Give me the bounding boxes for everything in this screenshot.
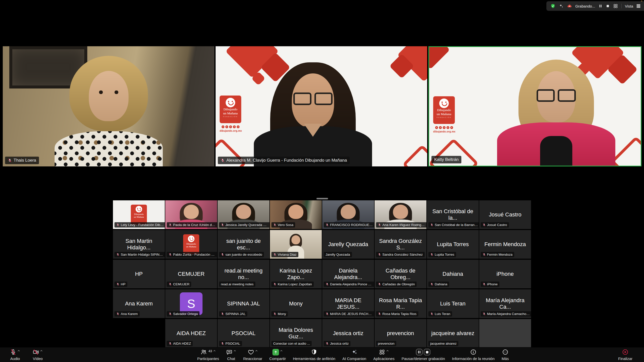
participant-name-label: María Alejandra Camacho Osu... (487, 312, 530, 316)
chevron-up-icon[interactable] (40, 349, 43, 352)
smiley-icon (439, 99, 449, 108)
participant-tile[interactable]: jacqueine alvarez Dibujando un Mañana ja… (427, 319, 479, 348)
view-button-label[interactable]: Vista (625, 4, 633, 8)
participant-tile[interactable]: Dibujando un Mañana Ana Karen Iñiguez Ro… (375, 200, 426, 229)
pause-stop-recording-button[interactable]: Pausar/detener grabación (398, 349, 448, 361)
participant-tile[interactable]: HP Dibujando un Mañana HP (113, 260, 165, 288)
participant-tile[interactable]: Dibujando un Mañana Lety Levy - Fundació… (113, 200, 165, 229)
participant-tile[interactable]: Fermin Mendoza Dibujando un Mañana Fermi… (479, 230, 531, 259)
more-button[interactable]: Más (499, 349, 512, 361)
participant-name-label: jacqueine alvarez (430, 342, 457, 345)
participant-name-label: Josué Castro (487, 223, 507, 227)
view-grid-icon[interactable] (636, 4, 640, 8)
participant-name-label: Rosa Maria Tapia Rios (382, 312, 417, 316)
participant-name-label: Conectar con el audio ... (273, 342, 310, 345)
participants-button[interactable]: 43 Participantes (194, 349, 222, 361)
speaker-tile-alexandra[interactable]: Dibujando un Mañana FUNDACIÓN dibujando.… (216, 46, 427, 166)
participant-tile[interactable]: prevencion Dibujando un Mañana prevencio… (375, 319, 426, 348)
participant-tile[interactable]: Mony Dibujando un Mañana Mony (270, 289, 322, 318)
participant-tile[interactable]: María Alejandra Ca... Dibujando un Mañan… (479, 289, 531, 318)
chevron-up-icon[interactable] (17, 349, 20, 352)
pause-recording-icon[interactable] (598, 4, 602, 8)
gallery-row-2: San Martin Hidalgo... Dibujando un Mañan… (113, 230, 531, 259)
host-tools-button[interactable]: Herramientas de anfitrión (290, 349, 338, 361)
chevron-up-icon[interactable] (213, 349, 216, 352)
ai-sparkle-icon[interactable] (559, 4, 564, 9)
participant-tile[interactable]: san juanito de esc... Dibujando un Mañan… (218, 230, 269, 259)
participant-tile[interactable]: San Martin Hidalgo... Dibujando un Mañan… (113, 230, 165, 259)
participant-tile[interactable]: San Cristóbal de la... Dibujando un Maña… (427, 200, 479, 229)
muted-mic-icon (326, 283, 329, 286)
speaker-tile-katty-active[interactable]: Dibujando un Mañana FUNDACIÓN dibujando.… (428, 46, 641, 166)
participant-tile[interactable]: Jessica ortiz Dibujando un Mañana Jessic… (322, 319, 374, 348)
muted-mic-icon (430, 283, 433, 286)
participant-tile[interactable]: SIPINNA JAL Dibujando un Mañana SIPINNA … (218, 289, 269, 318)
participant-tile[interactable]: Dibujando un Mañana Jessica Jarelly Quez… (218, 200, 269, 229)
participant-tile[interactable]: Josué Castro Dibujando un Mañana Josué C… (479, 200, 531, 229)
security-shield-icon[interactable] (550, 4, 555, 9)
chevron-up-icon[interactable] (255, 349, 258, 352)
participant-tile[interactable]: MARIA DE JESUS... Dibujando un Mañana MA… (322, 289, 374, 318)
participant-tile[interactable]: PSOCIAL Dibujando un Mañana PSOCIAL (218, 319, 269, 348)
video-button[interactable]: Vídeo (30, 349, 46, 361)
participant-name-tag: Paola de la Cruz /Unión de Tvl... (167, 222, 217, 228)
participant-tile[interactable]: Dahiana Dibujando un Mañana Dahiana (427, 260, 479, 288)
end-meeting-button[interactable]: Finalizar (615, 349, 635, 361)
participant-name-label: Lety Levy - Fundación Dibuja... (121, 223, 164, 227)
dibujando-logo: Dibujando un Mañana (131, 205, 147, 225)
meeting-info-button[interactable]: Información de la reunión (449, 349, 498, 361)
participant-name-tag: prevencion (376, 341, 396, 346)
shield-icon (311, 349, 317, 355)
participant-tile[interactable]: read.ai meeting no... Dibujando un Mañan… (218, 260, 269, 288)
participant-tile[interactable]: Daniela Alejandra... Dibujando un Mañana… (322, 260, 374, 288)
stop-recording-icon[interactable] (606, 4, 610, 8)
muted-mic-icon (221, 342, 224, 345)
participant-tile[interactable]: CEMUJER Dibujando un Mañana CEMUJER (165, 260, 217, 288)
participant-tile[interactable]: Lupita Torres Dibujando un Mañana Lupita… (427, 230, 479, 259)
audio-button[interactable]: Audio (7, 349, 23, 361)
participant-tile[interactable]: Karina Lopez Zapo... Dibujando un Mañana… (270, 260, 322, 288)
reactions-button[interactable]: Reaccionar (240, 349, 265, 361)
chevron-up-icon[interactable] (233, 349, 236, 352)
speaker-tile-thais[interactable]: Thais Loera (3, 46, 214, 166)
chevron-up-icon[interactable] (280, 349, 283, 352)
participant-tile[interactable]: Rosa Maria Tapia R... Dibujando un Mañan… (375, 289, 426, 318)
apps-button[interactable]: Aplicaciones (370, 349, 397, 361)
participant-tile[interactable]: Cañadas de Obreg... Dibujando un Mañana … (375, 260, 426, 288)
participants-count: 43 (209, 349, 212, 353)
participant-tile[interactable]: Luis Teran Dibujando un Mañana Luis Tera… (427, 289, 479, 318)
gallery-drag-handle[interactable] (316, 198, 328, 199)
participant-tile[interactable]: Dibujando un Mañana (479, 319, 531, 348)
gallery-row-5: AIDA HDEZ Dibujando un Mañana AIDA HDEZ … (165, 319, 531, 348)
end-meeting-icon (622, 349, 628, 355)
participants-icon (200, 349, 207, 355)
social-icons-row (220, 125, 241, 128)
participant-name-tag: San Cristóbal de la Barranca (428, 222, 479, 228)
participant-tile[interactable]: Dibujando un Mañana Viviana Diaz (270, 230, 322, 259)
share-screen-button[interactable]: Compartir (266, 349, 289, 361)
participant-tile[interactable]: iPhone Dibujando un Mañana iPhone (479, 260, 531, 288)
participant-tile[interactable]: Dibujando un Mañana Paola de la Cruz /Un… (165, 200, 217, 229)
participant-name-label: prevencion (378, 342, 394, 345)
participant-tile[interactable]: Maria Dolores Guz... Dibujando un Mañana… (270, 319, 322, 348)
ai-companion-button[interactable]: AI Companion (339, 349, 369, 361)
participant-name-label: Jarelly Quezada (326, 253, 350, 256)
chat-button[interactable]: Chat (223, 349, 239, 361)
participant-name-label: Ana Karen Iñiguez Rodriguez (382, 223, 426, 227)
muted-mic-icon (116, 283, 119, 286)
participant-tile[interactable]: Ana Karem Dibujando un Mañana Ana Karem (113, 289, 165, 318)
participant-tile[interactable]: Sandra González S... Dibujando un Mañana… (375, 230, 426, 259)
camera-muted-icon (33, 349, 39, 355)
participant-tile[interactable]: Dibujando un Mañana Pablo Zurita - Funda… (165, 230, 217, 259)
stop-recording-icon[interactable] (424, 349, 430, 355)
pause-recording-icon[interactable] (416, 349, 422, 355)
chevron-up-icon[interactable] (386, 349, 389, 352)
participant-name-label: Cañadas de Obregón (382, 282, 415, 286)
participant-tile[interactable]: Dibujando un Mañana Vero Sosa (270, 200, 322, 229)
participant-tile[interactable]: Dibujando un Mañana FRANCISCO RODRIGUEZ … (322, 200, 374, 229)
participant-tile[interactable]: Jarelly Quezada Dibujando un Mañana Jare… (322, 230, 374, 259)
participant-tile[interactable]: S Dibujando un Mañana Salvador Ortega (165, 289, 217, 318)
participant-tile[interactable]: AIDA HDEZ Dibujando un Mañana AIDA HDEZ (165, 319, 217, 348)
muted-mic-icon (482, 283, 486, 286)
apps-grid-icon[interactable] (613, 4, 618, 9)
